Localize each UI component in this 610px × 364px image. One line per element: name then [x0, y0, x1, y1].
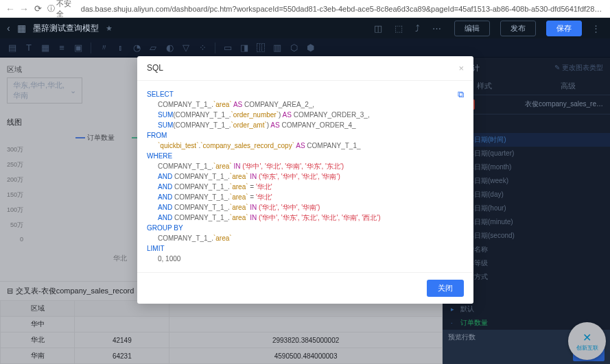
sql-body: ⧉ SELECT COMPANY_T_1_.`area` AS COMPANY_…: [137, 81, 473, 272]
browser-bar: ← → ⟳ ⓘ 不安全 das.base.shuju.aliyun.com/da…: [0, 0, 610, 18]
chart-icon: ▦: [17, 23, 26, 34]
forward-icon[interactable]: →: [19, 3, 29, 14]
nav-arrows: ← →: [5, 3, 29, 14]
edit-button[interactable]: 编辑: [454, 21, 490, 36]
favorite-icon[interactable]: ★: [106, 24, 113, 33]
modal-title: SQL: [147, 63, 163, 73]
hdr-icon-2[interactable]: ⬚: [395, 23, 403, 34]
page-title: 墨辞测试查询模型: [33, 23, 99, 34]
app-header: ‹ ▦ 墨辞测试查询模型 ★ ◫ ⬚ ⤴ ⋯ 编辑 发布 保存 ⋮: [0, 18, 610, 38]
hdr-icon-share[interactable]: ⤴: [415, 23, 420, 34]
save-button[interactable]: 保存: [546, 21, 582, 36]
sql-modal: SQL × ⧉ SELECT COMPANY_T_1_.`area` AS CO…: [137, 56, 473, 304]
url-box[interactable]: ⓘ 不安全 das.base.shuju.aliyun.com/dashboar…: [47, 0, 604, 19]
url-text: das.base.shuju.aliyun.com/dashboard/pc.h…: [81, 5, 604, 13]
hdr-icon-end[interactable]: ⋮: [591, 23, 600, 34]
close-icon[interactable]: ×: [458, 63, 464, 73]
app-back-icon[interactable]: ‹: [7, 23, 10, 34]
back-icon[interactable]: ←: [5, 3, 15, 14]
insecure-badge: ⓘ 不安全: [47, 0, 78, 19]
refresh-icon[interactable]: ⟳: [34, 3, 42, 14]
close-button[interactable]: 关闭: [427, 280, 464, 297]
copy-icon[interactable]: ⧉: [458, 88, 464, 101]
hdr-icon-more[interactable]: ⋯: [432, 23, 441, 34]
publish-button[interactable]: 发布: [500, 21, 536, 36]
hdr-icon-1[interactable]: ◫: [374, 23, 382, 34]
